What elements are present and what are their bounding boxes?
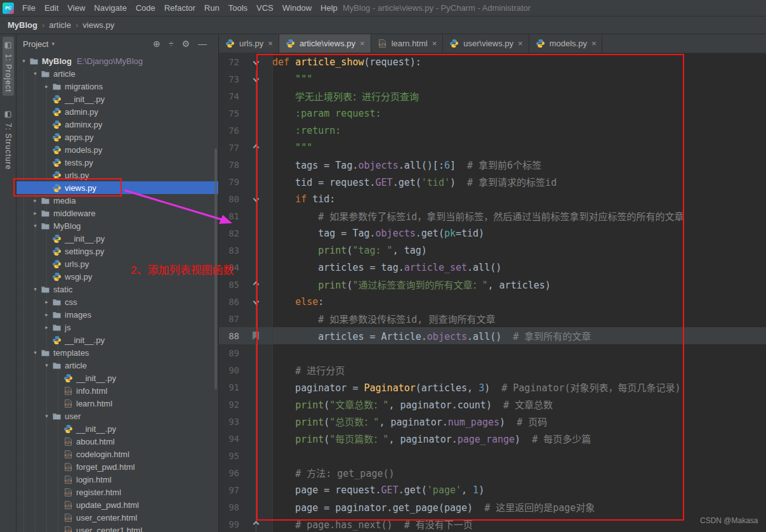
tree-item-forget_pwd-html[interactable]: </>forget_pwd.html — [17, 460, 218, 473]
tree-item-templates[interactable]: ▾templates — [17, 346, 218, 359]
line-number[interactable]: 91 — [219, 382, 239, 393]
tree-item-models-py[interactable]: models.py — [17, 143, 218, 156]
line-number[interactable]: 72 — [219, 57, 239, 67]
tree-item-user_center1-html[interactable]: </>user_center1.html — [17, 524, 218, 532]
tree-item-urls-py[interactable]: urls.py — [17, 257, 218, 270]
tab-models-py[interactable]: models.py× — [529, 34, 603, 53]
tree-item-user[interactable]: ▾user — [17, 410, 218, 422]
fold-up-icon[interactable] — [239, 145, 272, 150]
tree-item-myblog[interactable]: ▾MyBlogE:\Django\MyBlog — [17, 55, 218, 67]
tree-item-settings-py[interactable]: settings.py — [17, 245, 218, 257]
chevron-right-icon[interactable]: ▸ — [30, 210, 40, 216]
tree-item-wsgi-py[interactable]: wsgi.py — [17, 270, 218, 283]
tree-item-css[interactable]: ▸css — [17, 295, 218, 308]
line-number[interactable]: 86 — [219, 297, 239, 307]
fold-up-icon[interactable] — [239, 522, 272, 526]
tree-item-apps-py[interactable]: apps.py — [17, 131, 218, 143]
line-number[interactable]: 79 — [219, 177, 239, 187]
tool-button-1-project[interactable]: 1: Project — [3, 37, 14, 96]
chevron-right-icon[interactable]: ▸ — [42, 311, 51, 318]
line-number[interactable]: 74 — [219, 91, 239, 101]
menu-window[interactable]: Window — [278, 1, 316, 15]
line-number[interactable]: 99 — [219, 519, 239, 529]
menu-refactor[interactable]: Refactor — [160, 1, 200, 15]
line-number[interactable]: 87 — [219, 314, 239, 324]
menu-vcs[interactable]: VCS — [252, 1, 278, 15]
chevron-right-icon[interactable]: ▸ — [30, 197, 40, 204]
chevron-down-icon[interactable]: ▾ — [42, 362, 51, 368]
line-number[interactable]: 90 — [219, 365, 239, 375]
chevron-down-icon[interactable]: ▾ — [19, 58, 29, 64]
fold-down-icon[interactable] — [239, 299, 272, 304]
hide-panel-icon[interactable]: — — [198, 39, 207, 48]
chevron-down-icon[interactable]: ▾ — [30, 223, 40, 229]
tree-item-learn-html[interactable]: </>learn.html — [17, 397, 218, 410]
line-number[interactable]: 78 — [219, 160, 239, 170]
tree-item-__init__-py[interactable]: __init__.py — [17, 232, 218, 245]
line-number[interactable]: 80 — [219, 194, 239, 204]
tree-item-article[interactable]: ▾article — [17, 359, 218, 372]
tab-urls-py[interactable]: urls.py× — [219, 34, 279, 53]
menu-tools[interactable]: Tools — [224, 1, 252, 15]
close-icon[interactable]: × — [268, 39, 273, 48]
breadcrumb-item-article[interactable]: article — [49, 20, 71, 30]
tree-item-__init__-py[interactable]: __init__.py — [17, 372, 218, 384]
breadcrumb-item-MyBlog[interactable]: MyBlog — [8, 20, 37, 30]
tree-item-myblog[interactable]: ▾MyBlog — [17, 219, 218, 232]
line-number[interactable]: 84 — [219, 263, 239, 273]
menu-edit[interactable]: Edit — [40, 1, 63, 15]
line-number[interactable]: 81 — [219, 211, 239, 221]
tree-item-update_pwd-html[interactable]: </>update_pwd.html — [17, 498, 218, 511]
tree-item-adminx-py[interactable]: adminx.py — [17, 118, 218, 131]
collapse-all-icon[interactable]: ÷ — [169, 39, 174, 48]
tree-item-login-html[interactable]: </>login.html — [17, 473, 218, 486]
line-number[interactable]: 73 — [219, 74, 239, 84]
tree-item-views-py[interactable]: views.py — [17, 181, 218, 194]
tab-article-views-py[interactable]: article\views.py× — [279, 34, 371, 53]
tree-item-urls-py[interactable]: urls.py — [17, 169, 218, 181]
fold-up-icon[interactable] — [239, 282, 272, 287]
tree-item-about-html[interactable]: </>about.html — [17, 435, 218, 448]
menu-navigate[interactable]: Navigate — [89, 1, 131, 15]
menu-view[interactable]: View — [63, 1, 89, 15]
line-number[interactable]: 94 — [219, 434, 239, 444]
tree-item-user_center-html[interactable]: </>user_center.html — [17, 511, 218, 524]
line-number[interactable]: 96 — [219, 468, 239, 478]
line-number[interactable]: 77 — [219, 143, 239, 153]
tree-item-media[interactable]: ▸media — [17, 194, 218, 207]
line-number[interactable]: 82 — [219, 228, 239, 238]
tree-item-admin-py[interactable]: admin.py — [17, 105, 218, 118]
line-number[interactable]: 75 — [219, 108, 239, 119]
line-number[interactable]: 93 — [219, 417, 239, 427]
fold-down-icon[interactable] — [239, 197, 272, 201]
tool-button-7-structure[interactable]: 7: Structure — [3, 106, 14, 173]
close-icon[interactable]: × — [432, 39, 437, 48]
chevron-right-icon[interactable]: ▸ — [42, 299, 51, 305]
tree-item-images[interactable]: ▸images — [17, 308, 218, 321]
chevron-right-icon[interactable]: ▸ — [42, 324, 51, 330]
close-icon[interactable]: × — [591, 39, 597, 48]
line-number[interactable]: 95 — [219, 451, 239, 461]
line-number[interactable]: 97 — [219, 485, 239, 495]
close-icon[interactable]: × — [360, 39, 365, 48]
chevron-right-icon[interactable]: ▸ — [42, 83, 51, 89]
menu-help[interactable]: Help — [316, 1, 342, 15]
tab-learn-html[interactable]: </>learn.html× — [371, 34, 444, 53]
tree-item-__init__-py[interactable]: __init__.py — [17, 422, 218, 435]
tree-item-migrations[interactable]: ▸migrations — [17, 80, 218, 93]
menu-run[interactable]: Run — [200, 1, 224, 15]
bookmark-icon[interactable] — [239, 332, 272, 340]
chevron-down-icon[interactable]: ▾ — [30, 349, 40, 356]
close-icon[interactable]: × — [518, 39, 523, 48]
tree-item-__init__-py[interactable]: __init__.py — [17, 93, 218, 105]
tree-scrollbar[interactable] — [215, 148, 217, 389]
breadcrumb-item-views-py[interactable]: views.py — [83, 20, 114, 30]
tree-item-__init__-py[interactable]: __init__.py — [17, 334, 218, 346]
fold-down-icon[interactable] — [239, 60, 272, 64]
line-number[interactable]: 85 — [219, 280, 239, 290]
tree-item-static[interactable]: ▾static — [17, 283, 218, 295]
locate-file-icon[interactable]: ⊕ — [153, 39, 161, 48]
fold-down-icon[interactable] — [239, 77, 272, 81]
tree-item-info-html[interactable]: </>info.html — [17, 384, 218, 397]
line-number[interactable]: 89 — [219, 348, 239, 358]
